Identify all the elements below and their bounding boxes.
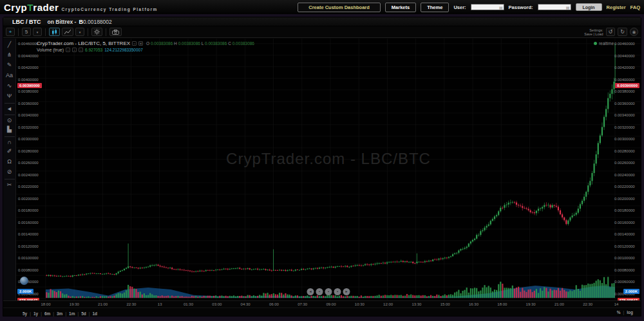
volume-bar [365,296,366,298]
volume-bar [201,297,202,298]
username-input[interactable]: ▤ [471,4,504,10]
candlestick-chart[interactable] [16,39,641,300]
theme-button[interactable]: Theme [421,3,449,12]
scale-link-log[interactable]: log [624,310,636,315]
volume-bar [249,295,251,298]
volume-bar [436,295,437,298]
range-link-5d[interactable]: 5d [79,311,89,316]
volume-settings-icon[interactable]: ▫ [66,48,70,52]
pager-right-icon[interactable]: ▸ [343,288,350,295]
candle-body [209,270,211,271]
magnet-tool[interactable]: ∩ [5,136,15,146]
interval-button[interactable]: 5 [22,28,31,36]
volume-bar [106,296,107,298]
candle-body [225,269,227,270]
create-dashboard-button[interactable]: Create Custom Dashboard [298,3,381,12]
hide-tool[interactable]: ⊘ [5,167,15,177]
markets-button[interactable]: Markets [385,3,416,12]
volume-bar [71,296,73,298]
volume-eye-icon[interactable]: ▫ [72,48,77,52]
range-link-5y[interactable]: 5y [20,311,30,316]
password-input[interactable]: ▤ [538,4,571,10]
scroll-bubble-icon[interactable] [20,277,28,285]
login-button[interactable]: Login [576,3,602,11]
interval-caret[interactable]: ▾ [33,28,42,36]
candle-body [348,267,350,268]
candle-body [361,266,362,266]
volume-bar [366,296,368,298]
candle-body [94,273,95,274]
candle-body [506,205,507,205]
pitchfork-tool[interactable]: ⋔ [5,50,15,60]
line-style-button[interactable] [62,28,73,36]
pager-left-icon[interactable]: ◂ [307,288,314,295]
brush-tool[interactable]: ✎ [5,60,15,70]
volume-bar [60,291,61,298]
range-link-1d[interactable]: 1d [90,311,100,316]
pager-dot[interactable]: • [316,288,323,295]
candle-style-button[interactable] [49,28,60,36]
crosshair-icon[interactable]: + [6,28,15,36]
scale-link-%[interactable]: % [614,310,623,315]
prediction-tool[interactable]: Ψ [5,91,15,101]
price-tick-label: 0.00380000 [614,89,635,93]
settings-save-load[interactable]: Settings: Save | Load [584,28,603,36]
range-link-1y[interactable]: 1y [31,311,41,316]
range-link-1m[interactable]: 1m [66,311,77,316]
volume-bar [343,296,344,298]
price-tick-label: 0.00260000 [18,161,39,165]
trend-line-tool[interactable]: ╱ [5,40,15,50]
register-link[interactable]: Register [607,5,626,10]
lock-tool[interactable]: Ω [5,157,15,167]
price-axis-left[interactable]: 0.004600000.004400000.004200000.00400000… [18,39,44,300]
volume-bar [432,296,433,298]
compare-button[interactable] [109,28,122,36]
faq-link[interactable]: FAQ [630,5,640,10]
cryptrader-logo[interactable]: CrypTrader CryptoCurrency Trading Platfo… [4,2,158,13]
time-tick-label: 03:00 [212,302,222,306]
candle-body [243,269,244,270]
chart-canvas[interactable]: CrypTrader.com - LBC/BTC CrypTrader.com … [16,39,641,300]
volume-bar [502,284,503,298]
volume-bar [560,291,561,298]
legend-settings-icon[interactable]: ▫ [132,41,137,46]
realtime-indicator[interactable]: realtime [594,41,614,46]
price-tick-label: 0.00260000 [614,161,635,165]
arrow-tool[interactable]: ◄ [5,103,15,113]
candle-body [352,266,354,266]
price-axis-right[interactable]: 0.004600000.004400000.004200000.00400000… [614,39,640,300]
widget-title-bar[interactable]: LBC / BTC on Bittrex - B 0.00188002 [3,17,641,26]
candle-body [239,268,240,269]
snapshot-button[interactable]: ◉ [630,28,638,36]
text-tool[interactable]: Aa [5,71,15,80]
zoom-tool[interactable]: ⊙ [5,115,15,124]
candle-body [189,271,191,271]
volume-bar [126,290,127,298]
header-controls: Create Custom Dashboard Markets Theme Us… [298,3,640,12]
save-load-links[interactable]: Save | Load [584,32,603,36]
volume-close-icon[interactable]: ▫ [79,48,83,52]
volume-bar [58,291,59,298]
candle-body [565,220,567,224]
xabcd-pattern-tool[interactable]: ∿ [5,81,15,91]
indicator-settings-button[interactable] [91,28,102,36]
draw-tool[interactable]: ✐ [5,147,15,156]
candle-body [319,268,320,269]
remove-tool[interactable]: ✂ [5,179,15,188]
volume-bar [442,295,444,298]
redo-button[interactable]: ↻ [618,28,627,36]
candle-body [558,206,559,210]
candle-body [46,275,47,276]
volume-bar [157,296,158,298]
style-caret[interactable]: ▾ [75,28,84,36]
measure-tool[interactable]: ▙ [5,125,15,134]
pager-dot[interactable]: • [325,288,332,295]
volume-bar [255,296,256,298]
legend-close-icon[interactable]: ✕ [138,41,143,46]
volume-bar [402,296,404,298]
pager-dot[interactable]: • [334,288,341,295]
range-link-6m[interactable]: 6m [42,311,53,316]
candle-body [305,270,306,270]
undo-button[interactable]: ↺ [606,28,616,36]
range-link-3m[interactable]: 3m [54,311,65,316]
